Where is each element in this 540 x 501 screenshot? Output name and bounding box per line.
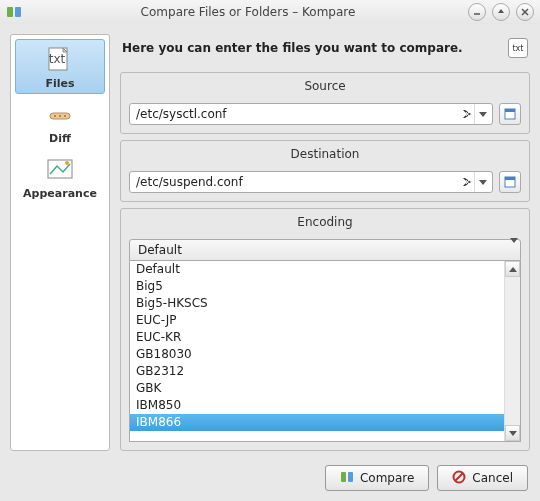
encoding-listbox[interactable]: DefaultBig5Big5-HKSCSEUC-JPEUC-KRGB18030… (129, 261, 521, 442)
clear-icon[interactable] (460, 107, 474, 121)
source-input[interactable] (136, 107, 460, 121)
svg-point-8 (54, 115, 56, 117)
window-title: Compare Files or Folders – Kompare (28, 5, 468, 19)
svg-rect-16 (505, 109, 515, 112)
source-input-combo[interactable] (129, 103, 493, 125)
sidebar-item-label: Diff (49, 132, 71, 145)
sidebar-item-label: Appearance (23, 187, 97, 200)
list-item[interactable]: EUC-JP (130, 312, 504, 329)
encoding-selected: Default (138, 243, 510, 257)
compare-icon (340, 470, 354, 487)
list-item[interactable]: GB18030 (130, 346, 504, 363)
scroll-up-button[interactable] (505, 261, 520, 277)
chevron-down-icon (510, 243, 518, 257)
list-item[interactable]: EUC-KR (130, 329, 504, 346)
source-title: Source (121, 73, 529, 97)
chevron-down-icon[interactable] (474, 104, 490, 124)
sidebar-item-appearance[interactable]: Appearance (15, 149, 105, 204)
sidebar: txt Files Diff Appearance (10, 34, 110, 451)
compare-button[interactable]: Compare (325, 465, 429, 491)
svg-point-9 (59, 115, 61, 117)
svg-rect-20 (505, 177, 515, 180)
scroll-down-button[interactable] (505, 425, 520, 441)
txt-icon: txt (508, 38, 528, 58)
source-group: Source (120, 72, 530, 134)
svg-rect-22 (348, 472, 353, 482)
svg-point-10 (64, 115, 66, 117)
diff-icon (44, 100, 76, 130)
title-bar: Compare Files or Folders – Kompare (0, 0, 540, 24)
scrollbar[interactable] (504, 261, 520, 441)
destination-input-combo[interactable] (129, 171, 493, 193)
minimize-button[interactable] (468, 3, 486, 21)
sidebar-item-diff[interactable]: Diff (15, 94, 105, 149)
chevron-down-icon[interactable] (474, 172, 490, 192)
list-item[interactable]: Big5 (130, 278, 504, 295)
svg-rect-21 (341, 472, 346, 482)
cancel-button[interactable]: Cancel (437, 465, 528, 491)
files-icon: txt (44, 45, 76, 75)
svg-rect-0 (7, 7, 13, 17)
list-item[interactable]: GB2312 (130, 363, 504, 380)
cancel-label: Cancel (472, 471, 513, 485)
destination-input[interactable] (136, 175, 460, 189)
appearance-icon (44, 155, 76, 185)
list-item[interactable]: Default (130, 261, 504, 278)
maximize-button[interactable] (492, 3, 510, 21)
list-item[interactable]: IBM850 (130, 397, 504, 414)
app-icon (6, 4, 22, 20)
svg-point-12 (65, 161, 69, 165)
encoding-group: Encoding Default DefaultBig5Big5-HKSCSEU… (120, 208, 530, 451)
svg-rect-1 (15, 7, 21, 17)
list-item[interactable]: Big5-HKSCS (130, 295, 504, 312)
scroll-track[interactable] (505, 277, 520, 425)
list-item[interactable]: GBK (130, 380, 504, 397)
browse-destination-button[interactable] (499, 171, 521, 193)
encoding-title: Encoding (121, 209, 529, 233)
clear-icon[interactable] (460, 175, 474, 189)
cancel-icon (452, 470, 466, 487)
compare-label: Compare (360, 471, 414, 485)
encoding-dropdown[interactable]: Default (129, 239, 521, 261)
svg-text:txt: txt (49, 52, 66, 66)
sidebar-item-label: Files (45, 77, 74, 90)
browse-source-button[interactable] (499, 103, 521, 125)
destination-group: Destination (120, 140, 530, 202)
destination-title: Destination (121, 141, 529, 165)
list-item[interactable]: IBM866 (130, 414, 504, 431)
sidebar-item-files[interactable]: txt Files (15, 39, 105, 94)
close-button[interactable] (516, 3, 534, 21)
svg-line-24 (455, 473, 463, 481)
page-header: Here you can enter the files you want to… (122, 41, 502, 55)
